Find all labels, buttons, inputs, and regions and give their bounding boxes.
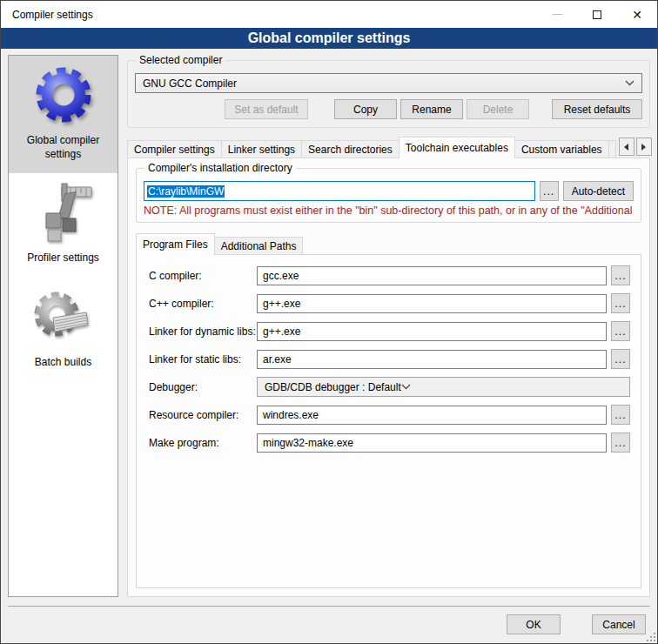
- tab-scroll-left-button[interactable]: [619, 138, 634, 156]
- chevron-down-icon: [401, 384, 411, 390]
- field-label: Linker for static libs:: [149, 353, 257, 366]
- subtab-additional-paths[interactable]: Additional Paths: [214, 237, 304, 255]
- sidebar-item-batch-builds[interactable]: Batch builds: [9, 278, 118, 382]
- install-dir-group-label: Compiler's installation directory: [144, 162, 296, 174]
- sidebar-item-label: Global compiler settings: [11, 134, 115, 161]
- sidebar-item-label: Profiler settings: [27, 252, 99, 265]
- maximize-button[interactable]: [577, 1, 617, 28]
- page-title: Global compiler settings: [1, 28, 657, 49]
- close-icon: ✕: [632, 8, 642, 22]
- field-label: Debugger:: [149, 381, 257, 393]
- cpp-compiler-browse-button[interactable]: ...: [611, 293, 630, 313]
- chevron-down-icon: [625, 80, 634, 86]
- close-button[interactable]: ✕: [617, 1, 657, 28]
- install-dir-note: NOTE: All programs must exist either in …: [144, 205, 634, 217]
- sidebar-item-label: Batch builds: [35, 356, 91, 370]
- field-label: Make program:: [149, 437, 257, 449]
- field-value: mingw32-make.exe: [263, 437, 353, 449]
- tab-linker-settings[interactable]: Linker settings: [221, 140, 302, 158]
- dialog-body: Global compiler settings Profiler settin…: [1, 49, 657, 606]
- field-value: ar.exe: [263, 353, 292, 366]
- compiler-actions: Set as default Copy Rename Delete Reset …: [135, 99, 642, 119]
- settings-notebook: Compiler settings Linker settings Search…: [127, 137, 650, 597]
- tab-scroll-buttons: [617, 138, 652, 156]
- field-value: g++.exe: [263, 325, 300, 338]
- debugger-select-value: GDB/CDB debugger : Default: [265, 381, 401, 393]
- subtab-program-files[interactable]: Program Files: [136, 233, 215, 255]
- ok-button[interactable]: OK: [507, 614, 561, 634]
- sidebar-item-profiler-settings[interactable]: Profiler settings: [9, 173, 118, 278]
- install-dir-browse-button[interactable]: ...: [540, 181, 559, 201]
- arrow-left-icon: [624, 144, 628, 151]
- install-dir-row: C:\raylib\MinGW ... Auto-detect: [144, 181, 634, 201]
- cpp-compiler-input[interactable]: g++.exe: [257, 294, 607, 313]
- field-label: C++ compiler:: [149, 298, 257, 310]
- window-title: Compiler settings: [1, 9, 93, 21]
- form-row-c-compiler: C compiler: gcc.exe ...: [149, 265, 630, 285]
- linker-static-browse-button[interactable]: ...: [611, 349, 630, 369]
- programs-tab-bar: Program Files Additional Paths: [136, 233, 641, 255]
- field-value: windres.exe: [263, 409, 319, 421]
- selected-compiler-group: Selected compiler GNU GCC Compiler Set a…: [127, 60, 650, 128]
- toolchain-executables-page: Compiler's installation directory C:\ray…: [127, 158, 650, 597]
- field-value: gcc.exe: [263, 270, 299, 282]
- main-panel: Selected compiler GNU GCC Compiler Set a…: [127, 55, 650, 597]
- form-row-linker-static: Linker for static libs: ar.exe ...: [149, 349, 630, 369]
- install-dir-input[interactable]: C:\raylib\MinGW: [144, 181, 535, 201]
- copy-button[interactable]: Copy: [334, 99, 397, 119]
- settings-category-list: Global compiler settings Profiler settin…: [8, 55, 118, 597]
- delete-button[interactable]: Delete: [467, 99, 529, 119]
- field-label: C compiler:: [149, 270, 257, 282]
- maximize-icon: [593, 10, 601, 19]
- caliper-icon: [30, 182, 97, 248]
- tab-custom-variables[interactable]: Custom variables: [514, 140, 609, 158]
- minimize-icon: [553, 14, 562, 15]
- gray-gear-stack-icon: [30, 286, 97, 352]
- resource-compiler-input[interactable]: windres.exe: [257, 406, 607, 425]
- reset-defaults-button[interactable]: Reset defaults: [552, 99, 642, 119]
- tab-scroll-right-button[interactable]: [636, 138, 652, 156]
- install-dir-group: Compiler's installation directory C:\ray…: [136, 168, 641, 223]
- blue-gear-icon: [30, 64, 97, 131]
- form-row-make-program: Make program: mingw32-make.exe ...: [149, 433, 630, 453]
- resource-compiler-browse-button[interactable]: ...: [611, 405, 630, 425]
- programs-subnotebook: Program Files Additional Paths C compile…: [136, 233, 641, 588]
- program-files-page: C compiler: gcc.exe ... C++ compiler: g+…: [136, 254, 641, 588]
- tab-toolchain-executables[interactable]: Toolchain executables: [399, 137, 515, 158]
- rename-button[interactable]: Rename: [400, 99, 463, 119]
- linker-static-input[interactable]: ar.exe: [257, 350, 607, 369]
- c-compiler-input[interactable]: gcc.exe: [257, 266, 607, 285]
- title-bar: Compiler settings ✕: [1, 1, 657, 28]
- install-dir-selected-text: C:\raylib\MinGW: [147, 185, 225, 198]
- set-as-default-button[interactable]: Set as default: [225, 99, 308, 119]
- field-label: Linker for dynamic libs:: [149, 325, 257, 338]
- sidebar-item-global-compiler-settings[interactable]: Global compiler settings: [9, 56, 118, 173]
- linker-dynamic-input[interactable]: g++.exe: [257, 322, 607, 341]
- tab-compiler-settings[interactable]: Compiler settings: [127, 140, 222, 158]
- form-row-resource-compiler: Resource compiler: windres.exe ...: [149, 405, 630, 425]
- resize-grip[interactable]: [647, 633, 655, 641]
- tab-build-options[interactable]: Build: [608, 140, 616, 158]
- compiler-settings-dialog: Compiler settings ✕ Global compiler sett…: [0, 0, 658, 644]
- field-value: g++.exe: [263, 298, 300, 310]
- compiler-select[interactable]: GNU GCC Compiler: [135, 73, 642, 93]
- minimize-button[interactable]: [537, 1, 577, 28]
- footer: OK Cancel: [1, 607, 657, 643]
- compiler-select-value: GNU GCC Compiler: [143, 77, 625, 90]
- auto-detect-button[interactable]: Auto-detect: [563, 181, 634, 201]
- make-program-browse-button[interactable]: ...: [611, 433, 630, 453]
- tab-search-directories[interactable]: Search directories: [301, 140, 400, 158]
- settings-tab-bar: Compiler settings Linker settings Search…: [127, 137, 650, 158]
- c-compiler-browse-button[interactable]: ...: [611, 265, 630, 285]
- linker-dynamic-browse-button[interactable]: ...: [611, 321, 630, 341]
- debugger-select[interactable]: GDB/CDB debugger : Default: [257, 377, 630, 397]
- form-row-cpp-compiler: C++ compiler: g++.exe ...: [149, 293, 630, 313]
- form-row-debugger: Debugger: GDB/CDB debugger : Default: [149, 377, 630, 397]
- cancel-button[interactable]: Cancel: [592, 614, 646, 634]
- field-label: Resource compiler:: [149, 409, 257, 421]
- selected-compiler-group-label: Selected compiler: [136, 54, 225, 66]
- window-controls: ✕: [537, 1, 657, 28]
- form-row-linker-dynamic: Linker for dynamic libs: g++.exe ...: [149, 321, 630, 341]
- make-program-input[interactable]: mingw32-make.exe: [257, 433, 607, 453]
- arrow-right-icon: [641, 144, 646, 151]
